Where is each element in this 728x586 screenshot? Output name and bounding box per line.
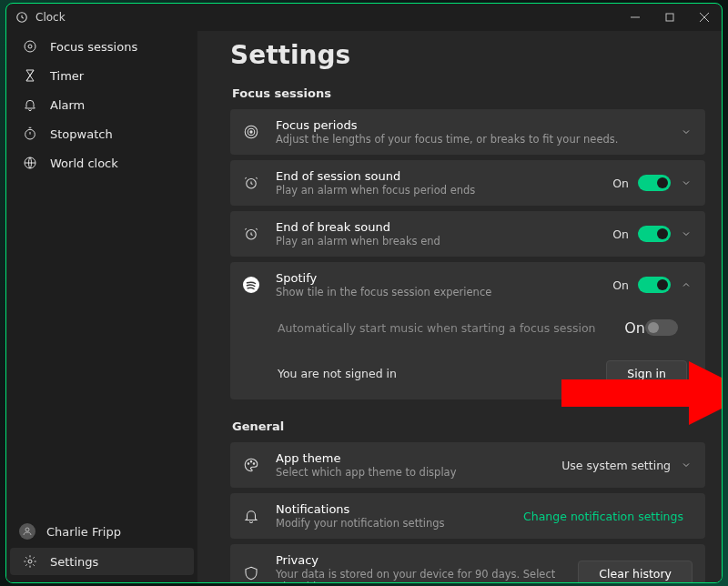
setting-focus-periods: Focus periods Adjust the lengths of your… <box>230 109 705 155</box>
svg-point-17 <box>250 461 252 463</box>
setting-app-theme-row[interactable]: App theme Select which app theme to disp… <box>230 442 705 488</box>
close-button[interactable] <box>687 4 722 31</box>
setting-end-session-row[interactable]: End of session sound Play an alarm when … <box>230 160 705 206</box>
toggle-state: On <box>612 278 629 292</box>
clear-history-button[interactable]: Clear history <box>578 561 693 583</box>
setting-title: End of session sound <box>276 169 612 183</box>
signin-button[interactable]: Sign in <box>606 360 687 387</box>
toggle-state: On <box>612 227 629 241</box>
shield-icon <box>243 565 259 581</box>
svg-point-16 <box>248 463 249 465</box>
chevron-down-icon <box>680 126 693 138</box>
spotify-signin-row: You are not signed in Sign in <box>230 348 705 399</box>
setting-privacy-row[interactable]: Privacy Your data is stored on your devi… <box>230 544 705 582</box>
notifications-link[interactable]: Change notification settings <box>523 510 683 523</box>
svg-point-5 <box>25 41 35 52</box>
sidebar-item-timer[interactable]: Timer <box>10 62 194 89</box>
bell-icon <box>243 508 259 524</box>
timer-icon <box>23 68 37 83</box>
sidebar-item-label: World clock <box>50 157 118 170</box>
settings-content: Settings Focus sessions Focus periods Ad… <box>197 31 722 582</box>
setting-spotify: Spotify Show tile in the focus session e… <box>230 262 705 399</box>
clock-app-icon <box>15 11 28 24</box>
avatar-icon <box>19 523 35 540</box>
sidebar-item-stopwatch[interactable]: Stopwatch <box>10 120 194 147</box>
svg-point-18 <box>253 463 255 465</box>
setting-desc: Adjust the lengths of your focus time, o… <box>276 133 680 146</box>
group-general: General <box>232 419 705 433</box>
setting-end-break-row[interactable]: End of break sound Play an alarm when br… <box>230 211 705 257</box>
sidebar-item-label: Stopwatch <box>50 127 113 141</box>
setting-desc: Show tile in the focus session experienc… <box>276 286 612 298</box>
dropdown-value: Use system setting <box>561 459 671 472</box>
maximize-button[interactable] <box>652 4 687 31</box>
setting-title: End of break sound <box>276 220 612 234</box>
user-name: Charlie Fripp <box>46 525 121 539</box>
setting-privacy: Privacy Your data is stored on your devi… <box>230 544 705 582</box>
chevron-down-icon <box>680 177 693 189</box>
svg-rect-2 <box>666 14 673 21</box>
setting-end-break-sound: End of break sound Play an alarm when br… <box>230 211 705 257</box>
svg-point-13 <box>250 131 252 133</box>
toggle-state: On <box>624 319 645 337</box>
setting-title: Spotify <box>276 271 612 285</box>
sidebar-item-settings[interactable]: Settings <box>10 548 194 575</box>
signin-message: You are not signed in <box>278 367 606 380</box>
setting-title: App theme <box>276 451 561 465</box>
chevron-down-icon <box>680 227 693 240</box>
alarm-clock-icon <box>243 175 259 191</box>
sidebar-item-label: Timer <box>50 69 84 83</box>
focus-icon <box>23 39 37 54</box>
setting-sub-desc: Automatically start music when starting … <box>278 321 624 335</box>
sidebar-item-world-clock[interactable]: World clock <box>10 149 194 177</box>
sidebar-item-focus-sessions[interactable]: Focus sessions <box>10 33 194 60</box>
setting-spotify-autostart-row: Automatically start music when starting … <box>230 308 705 348</box>
toggle-spotify-autostart <box>645 319 678 336</box>
user-account-row[interactable]: Charlie Fripp <box>6 515 197 548</box>
toggle-end-session[interactable] <box>638 175 671 191</box>
world-clock-icon <box>23 156 37 170</box>
setting-title: Privacy <box>276 553 578 567</box>
toggle-spotify[interactable] <box>638 277 671 293</box>
stopwatch-icon <box>23 126 37 141</box>
setting-desc: Your data is stored on your device for 9… <box>276 568 578 582</box>
palette-icon <box>243 457 259 473</box>
sidebar: Focus sessions Timer Alarm Stopwatch Wor… <box>6 31 197 582</box>
toggle-state: On <box>612 177 629 190</box>
setting-spotify-row[interactable]: Spotify Show tile in the focus session e… <box>230 262 705 308</box>
setting-app-theme: App theme Select which app theme to disp… <box>230 442 705 488</box>
toggle-end-break[interactable] <box>638 226 671 242</box>
setting-desc: Modify your notification settings <box>276 517 523 530</box>
sidebar-item-label: Focus sessions <box>50 40 137 54</box>
alarm-icon <box>23 97 37 112</box>
target-icon <box>243 124 259 140</box>
sidebar-item-alarm[interactable]: Alarm <box>10 91 194 118</box>
app-title: Clock <box>35 11 66 24</box>
setting-title: Notifications <box>276 502 523 516</box>
page-title: Settings <box>230 40 705 70</box>
minimize-button[interactable] <box>618 4 652 31</box>
chevron-down-icon <box>680 459 693 471</box>
setting-focus-periods-row[interactable]: Focus periods Adjust the lengths of your… <box>230 109 705 155</box>
setting-desc: Play an alarm when focus period ends <box>276 184 612 197</box>
spotify-icon <box>243 277 259 293</box>
gear-icon <box>23 554 37 569</box>
sidebar-item-label: Settings <box>50 555 98 569</box>
svg-point-10 <box>28 560 32 563</box>
setting-title: Focus periods <box>276 118 680 132</box>
titlebar: Clock <box>6 4 722 31</box>
alarm-clock-icon <box>243 226 259 242</box>
chevron-up-icon <box>680 278 693 291</box>
setting-desc: Play an alarm when breaks end <box>276 235 612 248</box>
group-focus-sessions: Focus sessions <box>232 86 705 100</box>
setting-notifications-row[interactable]: Notifications Modify your notification s… <box>230 493 705 539</box>
sidebar-item-label: Alarm <box>50 98 85 112</box>
app-window: Clock Focus sessions Timer Alarm Stopwat… <box>5 3 723 583</box>
setting-end-session-sound: End of session sound Play an alarm when … <box>230 160 705 206</box>
svg-point-6 <box>28 45 32 48</box>
setting-desc: Select which app theme to display <box>276 466 561 479</box>
svg-point-9 <box>25 528 29 531</box>
setting-notifications: Notifications Modify your notification s… <box>230 493 705 539</box>
